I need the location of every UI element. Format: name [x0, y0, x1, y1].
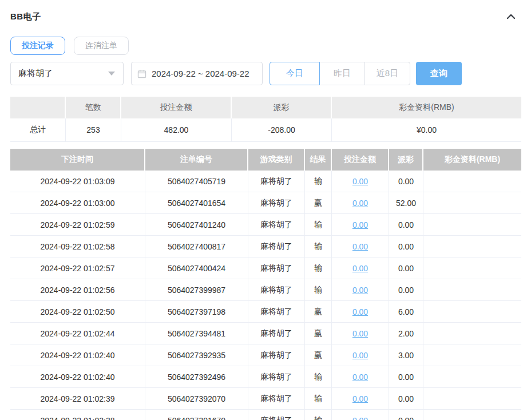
bet-amount-link[interactable]: 0.00: [352, 242, 368, 251]
cell-order-no: 5064027394481: [145, 323, 248, 344]
game-select[interactable]: 麻将胡了: [10, 62, 124, 85]
cell-result: 输: [305, 214, 332, 236]
calendar-icon: [137, 69, 146, 78]
filter-toolbar: 麻将胡了 2024-09-22 ~ 2024-09-22 今日 昨日 近8日 查…: [10, 62, 523, 85]
bet-amount-link[interactable]: 0.00: [352, 351, 368, 360]
cell-bonus: [423, 410, 521, 420]
bet-amount-link[interactable]: 0.00: [352, 177, 368, 186]
summary-header-count: 笔数: [66, 97, 121, 118]
bet-amount-link[interactable]: 0.00: [352, 307, 368, 316]
cell-bonus: [423, 171, 521, 192]
cell-order-no: 5064027400817: [145, 236, 248, 257]
summary-header-blank: [10, 97, 66, 118]
cell-bet-time: 2024-09-22 01:02:50: [10, 301, 145, 323]
date-range-value: 2024-09-22 ~ 2024-09-22: [152, 69, 249, 78]
cell-payout: 52.00: [389, 192, 423, 214]
cell-game-type: 麻将胡了: [248, 366, 305, 388]
cell-payout: 6.00: [389, 301, 423, 323]
table-row: 2024-09-22 01:02:59 5064027401240 麻将胡了 输…: [10, 214, 521, 236]
bet-table: 下注时间 注单编号 游戏类别 结果 投注金额 派彩 彩金资料(RMB) 2024…: [10, 149, 521, 420]
cell-bonus: [423, 388, 521, 410]
cell-bet-time: 2024-09-22 01:02:56: [10, 279, 145, 301]
summary-table-header: 笔数 投注金额 派彩 彩金资料(RMB): [10, 97, 521, 118]
bet-amount-link[interactable]: 0.00: [352, 199, 368, 208]
cell-bonus: [423, 236, 521, 257]
cell-result: 赢: [305, 301, 332, 323]
table-row: 2024-09-22 01:02:44 5064027394481 麻将胡了 赢…: [10, 323, 521, 344]
bet-amount-link[interactable]: 0.00: [352, 394, 368, 403]
bet-amount-link[interactable]: 0.00: [352, 373, 368, 382]
game-select-value: 麻将胡了: [18, 68, 53, 79]
panel-header: BB电子: [10, 10, 523, 23]
table-row: 2024-09-22 01:03:00 5064027401654 麻将胡了 赢…: [10, 192, 521, 214]
cell-bonus: [423, 279, 521, 301]
quick-range-today-button[interactable]: 今日: [270, 62, 320, 85]
tab-cancelled-orders[interactable]: 连消注单: [74, 37, 129, 55]
cell-order-no: 5064027392935: [145, 344, 248, 366]
bet-table-body: 2024-09-22 01:03:09 5064027405719 麻将胡了 输…: [10, 171, 521, 420]
cell-payout: 0.00: [389, 214, 423, 236]
cell-order-no: 5064027400424: [145, 257, 248, 279]
bb-electronic-panel: BB电子 投注记录 连消注单 麻将胡了 2024-09-22 ~ 2024-09…: [0, 0, 523, 420]
table-row: 2024-09-22 01:03:09 5064027405719 麻将胡了 输…: [10, 171, 521, 192]
summary-total-bet-amount: 482.00: [121, 118, 232, 142]
cell-bet-time: 2024-09-22 01:02:40: [10, 344, 145, 366]
cell-order-no: 5064027401240: [145, 214, 248, 236]
table-row: 2024-09-22 01:02:39 5064027392070 麻将胡了 输…: [10, 388, 521, 410]
cell-payout: 2.00: [389, 323, 423, 344]
cell-result: 输: [305, 410, 332, 420]
bet-amount-link[interactable]: 0.00: [352, 264, 368, 273]
cell-result: 输: [305, 279, 332, 301]
header-order-no: 注单编号: [145, 149, 248, 171]
cell-payout: 0.00: [389, 279, 423, 301]
cell-payout: 0.00: [389, 410, 423, 420]
bet-amount-link[interactable]: 0.00: [352, 329, 368, 338]
bet-amount-link[interactable]: 0.00: [352, 220, 368, 229]
cell-order-no: 5064027405719: [145, 171, 248, 192]
summary-total-row: 总计 253 482.00 -208.00 ¥0.00: [10, 118, 521, 142]
summary-total-payout: -208.00: [232, 118, 332, 142]
cell-payout: 0.00: [389, 257, 423, 279]
cell-bet-time: 2024-09-22 01:02:39: [10, 388, 145, 410]
search-button[interactable]: 查询: [416, 62, 462, 85]
cell-game-type: 麻将胡了: [248, 279, 305, 301]
cell-bet-time: 2024-09-22 01:02:44: [10, 323, 145, 344]
cell-bet-time: 2024-09-22 01:02:57: [10, 257, 145, 279]
header-result: 结果: [305, 149, 332, 171]
cell-game-type: 麻将胡了: [248, 236, 305, 257]
cell-payout: 0.00: [389, 171, 423, 192]
bet-amount-link[interactable]: 0.00: [352, 286, 368, 295]
summary-total-bonus: ¥0.00: [332, 118, 521, 142]
summary-total-count: 253: [66, 118, 121, 142]
quick-range-8days-button[interactable]: 近8日: [364, 62, 410, 85]
table-row: 2024-09-22 01:02:58 5064027400817 麻将胡了 输…: [10, 236, 521, 257]
date-range-picker[interactable]: 2024-09-22 ~ 2024-09-22: [131, 62, 263, 85]
cell-bonus: [423, 214, 521, 236]
summary-header-bet-amount: 投注金额: [121, 97, 232, 118]
cell-bet-time: 2024-09-22 01:03:09: [10, 171, 145, 192]
cell-payout: 0.00: [389, 388, 423, 410]
cell-bonus: [423, 366, 521, 388]
table-row: 2024-09-22 01:02:40 5064027392496 麻将胡了 输…: [10, 366, 521, 388]
cell-order-no: 5064027401654: [145, 192, 248, 214]
collapse-panel-button[interactable]: [505, 10, 517, 23]
summary-total-label: 总计: [10, 118, 66, 142]
cell-payout: 0.00: [389, 236, 423, 257]
header-bet-amount: 投注金额: [332, 149, 389, 171]
cell-game-type: 麻将胡了: [248, 214, 305, 236]
quick-range-yesterday-button[interactable]: 昨日: [319, 62, 365, 85]
summary-table: 笔数 投注金额 派彩 彩金资料(RMB) 总计 253 482.00 -208.…: [10, 97, 521, 142]
cell-bet-time: 2024-09-22 01:02:59: [10, 214, 145, 236]
cell-order-no: 5064027391670: [145, 410, 248, 420]
bet-amount-link[interactable]: 0.00: [352, 416, 368, 420]
cell-bet-time: 2024-09-22 01:03:00: [10, 192, 145, 214]
cell-payout: 3.00: [389, 344, 423, 366]
table-row: 2024-09-22 01:02:38 5064027391670 麻将胡了 输…: [10, 410, 521, 420]
header-bet-time: 下注时间: [10, 149, 145, 171]
cell-bonus: [423, 323, 521, 344]
page-title: BB电子: [10, 11, 41, 22]
cell-bet-time: 2024-09-22 01:02:58: [10, 236, 145, 257]
tab-bet-records[interactable]: 投注记录: [10, 37, 65, 55]
cell-result: 赢: [305, 192, 332, 214]
cell-game-type: 麻将胡了: [248, 171, 305, 192]
